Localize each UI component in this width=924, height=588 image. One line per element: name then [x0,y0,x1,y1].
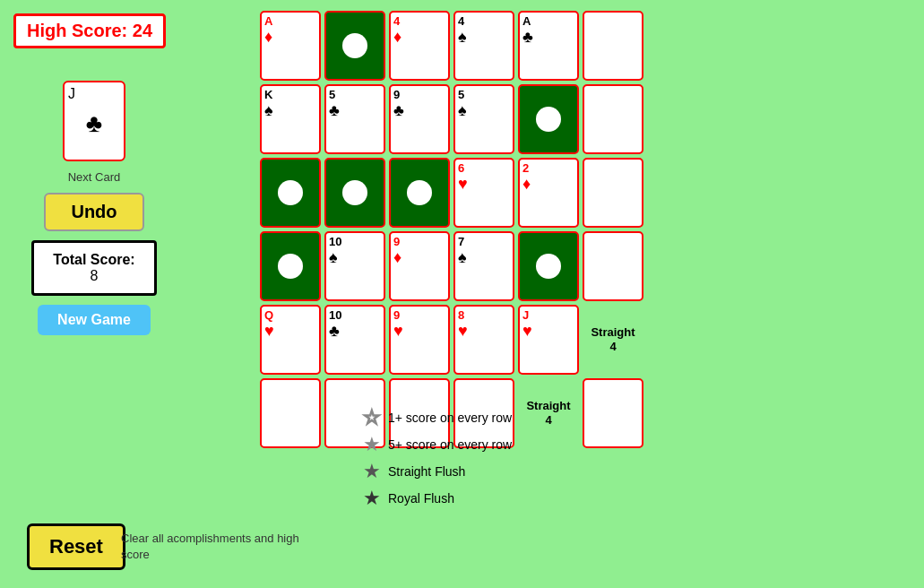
card-suit-3-3: ♠ [458,249,467,265]
card-rank-3-2: 9 [393,236,400,247]
card-3-1[interactable]: 10♠ [324,231,385,301]
next-card-suit: ♣ [86,109,102,138]
card-face-down-2-0[interactable] [260,158,321,228]
card-grid-container: A♦4♦4♠A♣K♠5♣9♣5♠6♥2♦10♠9♦7♠Q♥10♣9♥8♥J♥St… [260,11,643,448]
card-suit-4-3: ♥ [458,323,468,339]
empty-cell-2-5[interactable] [583,158,643,228]
card-suit-2-4: ♦ [522,176,531,192]
card-suit-2-3: ♥ [458,176,468,192]
card-rank-2-3: 6 [458,162,464,174]
card-rank-0-0: A [264,15,272,27]
total-score-label: Total Score: [53,252,134,267]
card-rank-4-2: 9 [393,309,400,321]
card-rank-1-3: 5 [458,89,464,100]
card-suit-1-0: ♠ [264,102,273,118]
undo-button[interactable]: Undo [44,193,143,231]
card-rank-3-1: 10 [329,236,341,247]
card-rank-0-3: 4 [458,15,464,27]
card-face-down-2-2[interactable] [389,158,450,228]
card-3-2[interactable]: 9♦ [389,231,450,301]
card-suit-0-3: ♠ [458,29,467,45]
card-0-0[interactable]: A♦ [260,11,321,81]
card-3-3[interactable]: 7♠ [453,231,514,301]
card-suit-0-2: ♦ [393,29,402,45]
empty-cell-5-5[interactable] [583,378,643,448]
card-rank-4-1: 10 [329,309,341,321]
card-rank-4-3: 8 [458,309,464,321]
star-icon-1: ☆ [363,408,381,428]
card-suit-4-1: ♣ [329,323,340,339]
next-card-display: J ♣ [63,81,125,161]
card-4-3[interactable]: 8♥ [453,305,514,375]
card-suit-3-1: ♠ [329,249,338,265]
star-icon-2: ★ [363,435,381,454]
legend-item-1: ☆ 1+ score on every row [363,408,512,428]
card-face-down-3-0[interactable] [260,231,321,301]
card-rank-3-3: 7 [458,236,464,247]
card-4-0[interactable]: Q♥ [260,305,321,375]
next-card-label: Next Card [68,170,121,184]
card-face-down-3-4[interactable] [518,231,579,301]
card-4-4[interactable]: J♥ [518,305,579,375]
empty-cell-3-5[interactable] [583,231,643,301]
score-cell-4-5: Straight 4 [583,305,643,375]
card-suit-4-4: ♥ [522,323,532,339]
card-rank-4-4: J [522,309,529,321]
legend-text-1: 1+ score on every row [388,411,512,425]
card-suit-1-3: ♠ [458,102,467,118]
card-suit-3-2: ♦ [393,249,402,265]
total-score-value: 8 [91,268,99,283]
empty-cell-1-5[interactable] [583,84,643,154]
card-suit-0-4: ♣ [522,29,533,45]
card-grid: A♦4♦4♠A♣K♠5♣9♣5♠6♥2♦10♠9♦7♠Q♥10♣9♥8♥J♥St… [260,11,643,448]
card-suit-4-2: ♥ [393,323,403,339]
card-rank-4-0: Q [264,309,273,321]
reset-button[interactable]: Reset [27,523,125,570]
next-card-rank: J [68,86,75,102]
card-rank-1-0: K [264,89,272,100]
score-cell-5-4: Straight 4 [518,378,579,448]
star-icon-3: ★ [363,462,381,481]
legend-item-4: ★ Royal Flush [363,489,512,508]
card-1-1[interactable]: 5♣ [324,84,385,154]
card-4-2[interactable]: 9♥ [389,305,450,375]
card-rank-0-2: 4 [393,15,400,27]
card-1-3[interactable]: 5♠ [453,84,514,154]
card-4-1[interactable]: 10♣ [324,305,385,375]
empty-cell-5-0[interactable] [260,378,321,448]
legend-text-4: Royal Flush [388,491,454,506]
card-0-2[interactable]: 4♦ [389,11,450,81]
legend-text-2: 5+ score on every row [388,437,512,452]
card-suit-0-0: ♦ [264,29,272,45]
high-score-display: High Score: 24 [13,13,166,48]
card-2-3[interactable]: 6♥ [453,158,514,228]
new-game-button[interactable]: New Game [38,305,151,335]
left-panel: J ♣ Next Card Undo Total Score: 8 New Ga… [31,81,157,335]
card-1-0[interactable]: K♠ [260,84,321,154]
reset-label: Clear all acomplishments and high score [121,531,300,563]
card-rank-0-4: A [522,15,531,27]
card-1-2[interactable]: 9♣ [389,84,450,154]
card-face-down-0-1[interactable] [324,11,385,81]
card-suit-1-1: ♣ [329,102,340,118]
card-0-4[interactable]: A♣ [518,11,579,81]
card-suit-1-2: ♣ [393,102,404,118]
card-0-3[interactable]: 4♠ [453,11,514,81]
card-rank-1-2: 9 [393,89,400,100]
total-score-box: Total Score: 8 [31,240,157,296]
card-suit-4-0: ♥ [264,323,274,339]
card-2-4[interactable]: 2♦ [518,158,579,228]
star-icon-4: ★ [363,489,381,508]
card-rank-1-1: 5 [329,89,335,100]
legend: ☆ 1+ score on every row ★ 5+ score on ev… [363,408,512,515]
card-face-down-2-1[interactable] [324,158,385,228]
empty-cell-0-5[interactable] [583,11,643,81]
legend-item-2: ★ 5+ score on every row [363,435,512,454]
card-face-down-1-4[interactable] [518,84,579,154]
card-rank-2-4: 2 [522,162,529,174]
legend-text-3: Straight Flush [388,464,465,479]
legend-item-3: ★ Straight Flush [363,462,512,481]
